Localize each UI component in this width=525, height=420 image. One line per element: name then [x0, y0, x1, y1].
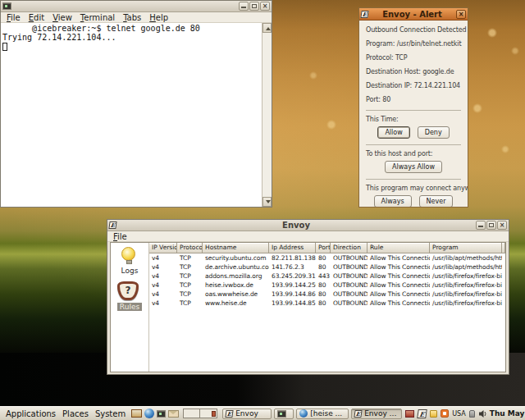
tray-notes-icon[interactable]: [430, 410, 437, 418]
table-row[interactable]: v4TCPoas.wwwheise.de193.99.144.8680OUTBO…: [149, 290, 505, 299]
table-cell: TCP: [177, 299, 203, 308]
table-cell: 80: [316, 290, 331, 299]
close-button[interactable]: [497, 221, 507, 230]
always-button[interactable]: Always: [374, 195, 412, 207]
table-cell: OUTBOUND: [331, 281, 368, 290]
scroll-up-button[interactable]: [262, 23, 272, 33]
screenshot-launcher-icon[interactable]: [131, 409, 142, 418]
maximize-button[interactable]: [249, 2, 259, 11]
workspace-window: [212, 411, 216, 417]
terminal-scrollbar[interactable]: [262, 23, 272, 207]
keyboard-layout-indicator[interactable]: USA: [452, 410, 466, 418]
table-cell: 193.99.144.85: [269, 299, 316, 308]
volume-icon[interactable]: [478, 409, 487, 418]
menu-view[interactable]: View: [48, 13, 76, 22]
browser-launcher-icon[interactable]: [144, 409, 154, 418]
envoy-sidebar: Logs ? Rules: [111, 243, 148, 372]
column-header[interactable]: Protocol: [177, 243, 203, 253]
workspace-2[interactable]: [200, 409, 217, 418]
menu-edit[interactable]: Edit: [25, 13, 48, 22]
menu-terminal[interactable]: Terminal: [76, 13, 119, 22]
sidebar-item-rules[interactable]: ? Rules: [117, 275, 142, 311]
column-header[interactable]: Ip Address: [269, 243, 316, 253]
table-cell: v4: [149, 299, 177, 308]
alert-titlebar[interactable]: Envoy - Alert: [359, 8, 468, 21]
terminal-window: File Edit View Terminal Tabs Help @icebr…: [0, 0, 272, 208]
alert-protocol-text: Protocol: TCP: [366, 54, 461, 62]
sidebar-item-label: Rules: [117, 303, 142, 311]
always-allow-button[interactable]: Always Allow: [385, 161, 442, 173]
table-row[interactable]: v4TCPsecurity.ubuntu.com82.211.81.13880O…: [149, 253, 505, 262]
system-menu[interactable]: System: [92, 409, 129, 418]
host-port-label: To this host and port:: [366, 150, 461, 158]
never-button[interactable]: Never: [419, 195, 454, 207]
scroll-down-button[interactable]: [262, 197, 272, 207]
mail-launcher-icon[interactable]: [168, 410, 179, 418]
deny-button[interactable]: Deny: [418, 126, 450, 139]
column-header[interactable]: Program: [430, 243, 502, 253]
tray-camera-icon[interactable]: [405, 410, 414, 418]
applications-menu[interactable]: Applications: [2, 409, 59, 418]
allow-button[interactable]: Allow: [377, 126, 409, 139]
table-cell: 82.211.81.138: [269, 253, 316, 262]
alert-program-text: Program: /usr/bin/telnet.netkit: [366, 40, 461, 48]
column-header[interactable]: Rule: [368, 243, 430, 253]
close-button[interactable]: [260, 2, 270, 11]
column-header-filler: [502, 243, 505, 253]
terminal-content[interactable]: @icebreaker:~$ telnet google.de 80 Tryin…: [1, 23, 272, 207]
table-cell: 80: [316, 281, 331, 290]
table-cell: TCP: [177, 253, 203, 262]
column-header[interactable]: Direction: [331, 243, 368, 253]
taskbar-button-envoy-alert[interactable]: Envoy -...: [351, 409, 402, 419]
desktop: File Edit View Terminal Tabs Help @icebr…: [0, 0, 525, 420]
table-row[interactable]: v4TCPaddons.mozilla.org63.245.209.31443O…: [149, 272, 505, 281]
alert-destination-ip-text: Destination IP: 72.14.221.104: [366, 82, 461, 89]
bulb-icon: [121, 247, 135, 261]
table-cell: v4: [149, 272, 177, 281]
table-cell: OUTBOUND: [331, 253, 368, 262]
sidebar-item-label: Logs: [121, 267, 139, 275]
column-header[interactable]: Port: [316, 243, 331, 253]
envoy-menubar: File: [107, 231, 509, 242]
alert-destination-host-text: Destination Host: google.de: [366, 68, 461, 75]
taskbar-button-terminal[interactable]: [274, 409, 294, 419]
minimize-button[interactable]: [476, 221, 486, 230]
terminal-titlebar[interactable]: [1, 1, 272, 12]
envoy-titlebar[interactable]: Envoy: [107, 220, 509, 231]
table-cell: oas.wwwheise.de: [203, 290, 269, 299]
menu-tabs[interactable]: Tabs: [119, 13, 145, 22]
table-cell: 141.76.2.3: [269, 262, 316, 272]
divider: [366, 110, 461, 111]
envoy-icon: [354, 410, 363, 418]
menu-help[interactable]: Help: [145, 13, 172, 22]
close-icon[interactable]: [456, 10, 466, 19]
table-row[interactable]: v4TCPwww.heise.de193.99.144.8580OUTBOUND…: [149, 299, 505, 308]
table-row[interactable]: v4TCPheise.ivwbox.de193.99.144.25080OUTB…: [149, 281, 505, 290]
menu-file[interactable]: File: [109, 232, 131, 241]
workspace-switcher[interactable]: [183, 409, 217, 418]
table-cell: v4: [149, 290, 177, 299]
shield-question-icon: ?: [117, 281, 139, 300]
table-cell: TCP: [177, 262, 203, 272]
places-menu[interactable]: Places: [59, 409, 92, 418]
maximize-button[interactable]: [486, 221, 496, 230]
taskbar-button-envoy[interactable]: Envoy: [222, 409, 272, 419]
update-notifier-icon[interactable]: [441, 409, 449, 418]
divider: [366, 179, 461, 180]
column-header[interactable]: Hostname: [203, 243, 269, 253]
table-cell: 193.99.144.86: [269, 290, 316, 299]
sidebar-item-logs[interactable]: Logs: [121, 245, 139, 275]
workspace-1[interactable]: [184, 409, 200, 418]
envoy-tray-icon[interactable]: [417, 409, 427, 418]
terminal-prompt-line: @icebreaker:~$ telnet google.de 80: [2, 24, 260, 33]
table-row[interactable]: v4TCPde.archive.ubuntu.com141.76.2.380OU…: [149, 262, 505, 272]
minimize-button[interactable]: [239, 2, 249, 11]
terminal-launcher-icon[interactable]: [157, 410, 166, 418]
panel-clock[interactable]: Thu May 10, 13:06: [490, 409, 525, 418]
taskbar-button-browser[interactable]: [heise ...: [296, 409, 349, 419]
menu-file[interactable]: File: [2, 13, 25, 22]
column-header[interactable]: IP Version: [149, 243, 177, 253]
input-method-icon[interactable]: [469, 410, 475, 418]
table-cell: OUTBOUND: [331, 299, 368, 308]
alert-dialog: Envoy - Alert Outbound Connection Detect…: [358, 7, 468, 208]
